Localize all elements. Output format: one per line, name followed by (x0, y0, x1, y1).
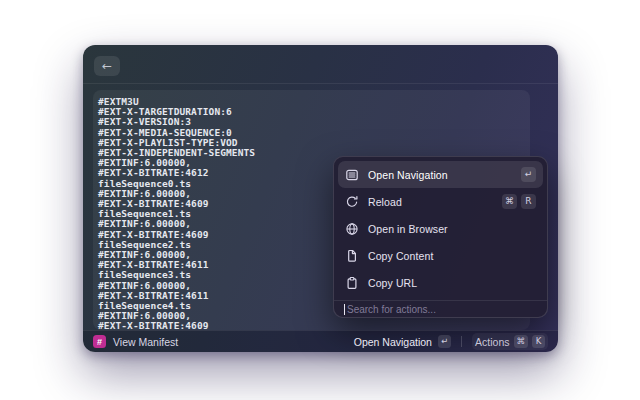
menu-item-shortcuts: ↵ (521, 167, 536, 182)
primary-action-label: Open Navigation (354, 336, 432, 348)
shortcut-key-badge: ⌘ (514, 335, 529, 348)
actions-menu-popover: Open Navigation ↵ Reload ⌘R Open in Brow… (333, 156, 548, 318)
status-bar: # View Manifest Open Navigation ↵ Action… (83, 330, 558, 352)
navigation-list-icon (345, 168, 359, 182)
code-line: #EXT-X-BITRATE:4609 (98, 321, 522, 330)
menu-item[interactable]: Copy Content (338, 242, 543, 269)
status-bar-divider (461, 336, 462, 347)
actions-search[interactable] (334, 300, 547, 317)
menu-item-label: Open in Browser (368, 223, 527, 235)
actions-button[interactable]: Actions ⌘K (472, 333, 548, 350)
text-caret (344, 304, 345, 315)
primary-action-button[interactable]: Open Navigation ↵ (354, 335, 451, 348)
globe-icon (345, 222, 359, 236)
actions-search-input[interactable] (347, 304, 537, 315)
menu-item-label: Reload (368, 196, 493, 208)
clipboard-icon (345, 276, 359, 290)
shortcut-key-badge: R (521, 194, 536, 209)
reload-icon (345, 195, 359, 209)
menu-item[interactable]: Reload ⌘R (338, 188, 543, 215)
shortcut-key-badge: ⌘ (502, 194, 517, 209)
menu-item-label: Open Navigation (368, 169, 512, 181)
menu-item[interactable]: Open Navigation ↵ (338, 161, 543, 188)
status-bar-right: Open Navigation ↵ Actions ⌘K (354, 333, 548, 350)
background-artifact (63, 3, 128, 26)
back-button[interactable]: ← (94, 56, 120, 76)
shortcut-key-badge: ↵ (521, 167, 536, 182)
menu-item[interactable]: Copy URL (338, 269, 543, 296)
window-header: ← (83, 45, 558, 84)
menu-item-label: Copy URL (368, 277, 527, 289)
menu-item-shortcuts: ⌘R (502, 194, 536, 209)
app-hash-icon: # (93, 335, 106, 348)
actions-button-label: Actions (475, 336, 509, 348)
back-arrow-icon: ← (102, 60, 112, 72)
view-title: View Manifest (113, 336, 178, 348)
menu-item-label: Copy Content (368, 250, 527, 262)
shortcut-key-badge: ↵ (438, 335, 451, 348)
app-window: ← #EXTM3U#EXT-X-TARGETDURATION:6#EXT-X-V… (83, 45, 558, 352)
menu-item[interactable]: Open in Browser (338, 215, 543, 242)
copy-document-icon (345, 249, 359, 263)
shortcut-key-badge: K (532, 335, 545, 348)
desktop-background: ← #EXTM3U#EXT-X-TARGETDURATION:6#EXT-X-V… (0, 0, 640, 400)
